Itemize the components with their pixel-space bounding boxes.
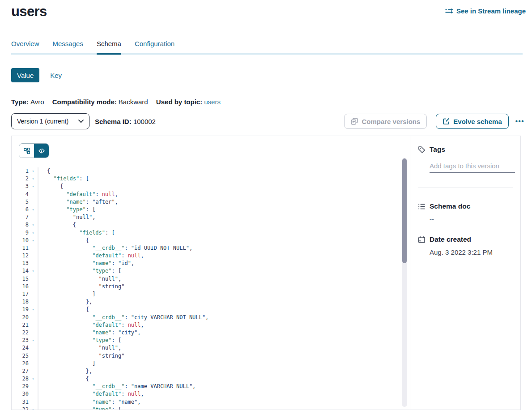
evolve-schema-button[interactable]: Evolve schema — [436, 114, 508, 129]
schema-sidebar: Tags Schema doc -- — [410, 136, 520, 410]
meta-topic-label: Used by topic: — [156, 98, 202, 106]
view-mode-toggle — [19, 143, 49, 158]
code-line: 13 "name": "id", — [12, 260, 410, 267]
tags-heading-row: Tags — [418, 145, 513, 154]
fold-toggle-icon[interactable]: ▾ — [29, 406, 38, 410]
fold-spacer — [29, 383, 38, 390]
tags-section: Tags — [418, 145, 513, 188]
editor-scrollbar[interactable] — [402, 158, 407, 407]
stream-lineage-link[interactable]: See in Stream lineage — [445, 7, 526, 15]
compare-versions-icon — [351, 118, 358, 125]
page-title: users — [11, 4, 47, 20]
tab-messages[interactable]: Messages — [53, 40, 83, 53]
line-number: 19 — [12, 306, 29, 313]
line-number: 4 — [12, 191, 29, 198]
code-content: "__crdb__": "id UUID NOT NULL", — [38, 244, 192, 252]
compare-versions-button[interactable]: Compare versions — [344, 114, 427, 129]
add-tags-input[interactable] — [430, 162, 515, 173]
code-line: 6▾ "type": [ — [12, 206, 410, 214]
schema-meta-row: Type:Avro Compatibility mode:Backward Us… — [11, 98, 227, 106]
fold-toggle-icon[interactable]: ▾ — [29, 167, 38, 175]
code-content: "__crdb__": "city VARCHAR NOT NULL", — [38, 314, 209, 321]
line-number: 3 — [12, 183, 29, 190]
line-number: 6 — [12, 206, 29, 214]
line-number: 11 — [12, 244, 29, 252]
tab-bar: Overview Messages Schema Configuration — [11, 40, 523, 55]
fold-spacer — [29, 198, 38, 206]
fold-toggle-icon[interactable]: ▾ — [29, 306, 38, 313]
code-line: 29 "__crdb__": "name VARCHAR NULL", — [12, 383, 410, 390]
line-number: 27 — [12, 367, 29, 375]
fold-toggle-icon[interactable]: ▾ — [29, 237, 38, 244]
tree-view-button[interactable] — [19, 144, 34, 158]
code-line: 19▾ { — [12, 306, 410, 313]
line-number: 12 — [12, 252, 29, 260]
code-content: ] — [38, 290, 95, 298]
version-controls-row: Version 1 (current) Schema ID: 100002 Co… — [11, 113, 524, 129]
code-content: { — [38, 167, 50, 175]
fold-toggle-icon[interactable]: ▾ — [29, 221, 38, 229]
fold-toggle-icon[interactable]: ▾ — [29, 337, 38, 344]
tag-icon — [418, 146, 426, 154]
fold-spacer — [29, 360, 38, 367]
code-content: "name": "after", — [38, 198, 118, 206]
fold-toggle-icon[interactable]: ▾ — [29, 183, 38, 190]
code-content: }, — [38, 367, 92, 375]
tab-overview[interactable]: Overview — [11, 40, 39, 53]
value-key-toggle: Value Key — [11, 68, 68, 82]
code-line: 7 "null", — [12, 214, 410, 221]
line-number: 15 — [12, 275, 29, 283]
version-select[interactable]: Version 1 (current) — [11, 113, 89, 129]
code-content: "fields": [ — [38, 175, 89, 183]
sidebar-divider — [418, 188, 513, 188]
line-number: 10 — [12, 237, 29, 244]
tab-schema[interactable]: Schema — [97, 40, 121, 53]
fold-toggle-icon[interactable]: ▾ — [29, 375, 38, 383]
more-options-button[interactable]: ••• — [515, 114, 524, 129]
value-toggle-button[interactable]: Value — [11, 68, 39, 82]
code-view-button[interactable] — [34, 144, 49, 158]
schema-code-editor: 1▾{2▾ "fields": [3▾ {4 "default": null,5… — [12, 158, 410, 410]
code-line: 15 "null", — [12, 275, 410, 283]
version-select-value: Version 1 (current) — [17, 118, 68, 125]
code-line: 16 "string" — [12, 283, 410, 290]
compare-versions-label: Compare versions — [362, 118, 420, 125]
code-line: 23▾ "type": [ — [12, 337, 410, 344]
fold-toggle-icon[interactable]: ▾ — [29, 206, 38, 214]
fold-toggle-icon[interactable]: ▾ — [29, 229, 38, 237]
topic-users-link[interactable]: users — [204, 98, 221, 106]
code-content: { — [38, 237, 89, 244]
code-line: 9▾ "fields": [ — [12, 229, 410, 237]
fold-spacer — [29, 290, 38, 298]
code-line: 11 "__crdb__": "id UUID NOT NULL", — [12, 244, 410, 252]
tab-configuration[interactable]: Configuration — [135, 40, 174, 53]
fold-spacer — [29, 275, 38, 283]
code-line: 12 "default": null, — [12, 252, 410, 260]
meta-compatibility: Compatibility mode:Backward — [52, 98, 148, 106]
meta-type-value: Avro — [30, 98, 44, 106]
code-view-icon — [38, 148, 45, 154]
code-line: 30 "default": null, — [12, 390, 410, 398]
code-content: "null", — [38, 275, 121, 283]
code-content: "default": null, — [38, 390, 144, 398]
code-line: 31 "name": "name", — [12, 398, 410, 406]
schema-detail-panel: 1▾{2▾ "fields": [3▾ {4 "default": null,5… — [11, 136, 521, 410]
line-number: 1 — [12, 167, 29, 175]
key-toggle-button[interactable]: Key — [44, 68, 68, 82]
line-number: 26 — [12, 360, 29, 367]
code-line: 17 ] — [12, 290, 410, 298]
code-line: 3▾ { — [12, 183, 410, 190]
meta-type-label: Type: — [11, 98, 29, 106]
code-line: 14▾ "type": [ — [12, 267, 410, 275]
line-number: 24 — [12, 344, 29, 352]
editor-scrollbar-thumb[interactable] — [402, 158, 407, 263]
fold-spacer — [29, 352, 38, 360]
code-lines: 1▾{2▾ "fields": [3▾ {4 "default": null,5… — [12, 167, 410, 410]
schema-doc-heading: Schema doc — [430, 202, 470, 210]
fold-toggle-icon[interactable]: ▾ — [29, 175, 38, 183]
code-line: 8▾ { — [12, 221, 410, 229]
line-number: 25 — [12, 352, 29, 360]
line-number: 9 — [12, 229, 29, 237]
schema-doc-section: Schema doc -- — [418, 202, 513, 223]
fold-toggle-icon[interactable]: ▾ — [29, 267, 38, 275]
